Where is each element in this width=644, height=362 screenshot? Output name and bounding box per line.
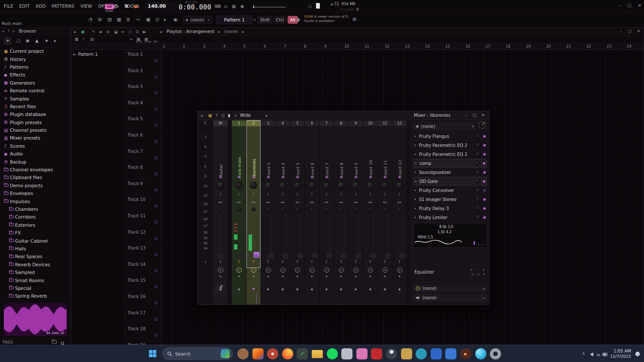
taskbar-mail-app[interactable] [445, 348, 456, 359]
stereo-sep-knob[interactable] [264, 182, 272, 189]
route-ring[interactable] [237, 268, 242, 273]
ctrl-key-button[interactable]: Ctrl [274, 16, 286, 24]
audio-preview-icon[interactable]: ◉ [26, 38, 30, 43]
sep-arrows-icon[interactable]: ▴▾ [378, 192, 392, 196]
stereo-sep-knob[interactable] [352, 182, 359, 189]
browser-item-history[interactable]: History [0, 55, 70, 63]
track-mute-light[interactable] [155, 172, 158, 175]
fx-mix-knob[interactable] [475, 161, 480, 166]
browser-item-clipboard-files[interactable]: Clipboard files [0, 173, 70, 181]
arm-icon[interactable]: ↑ [363, 260, 377, 264]
sep-arrows-icon[interactable]: ▴▾ [276, 192, 290, 196]
sep-arrows-icon[interactable]: ▴▾ [290, 192, 304, 196]
taskbar-fl-studio[interactable] [252, 348, 264, 359]
playlist-titlebar[interactable]: ▸ ◉ ✎ ▰ ⊘ ◪ ↔ ○ ⊡ ▶ ▸ Playlist - Arrange… [71, 28, 644, 36]
volume-fader[interactable] [218, 254, 223, 258]
arm-icon[interactable]: ↑ [334, 260, 348, 264]
route-ring[interactable] [383, 268, 388, 273]
browser-item-impulses[interactable]: Impulses [0, 197, 70, 205]
mixer-channel-flock-main[interactable]: 1 flock main ▴▾ ◂ ▸ ↑ ▲ [232, 120, 246, 304]
route-arrow-icon[interactable]: ▲ [213, 287, 228, 291]
route-ring[interactable] [397, 268, 402, 273]
stereo-sep-knob[interactable] [279, 182, 286, 189]
arm-icon[interactable]: ↑ [392, 260, 407, 264]
multilink-icon[interactable]: ▦ [117, 17, 121, 22]
stereo-sep-knob[interactable] [250, 182, 257, 189]
track-header-2[interactable]: Track 2 [125, 66, 161, 82]
paint-tool-icon[interactable]: ▰ [99, 30, 102, 34]
arm-icon[interactable]: ↑ [232, 260, 246, 264]
track-header-12[interactable]: Track 12 [125, 228, 161, 244]
taskbar-adobe-app[interactable] [371, 348, 382, 359]
fx-enable-switch[interactable] [483, 180, 485, 183]
route-arrow-icon[interactable]: ▲ [261, 287, 275, 291]
delete-tool-icon[interactable]: ⊘ [106, 30, 110, 34]
pan-arrows-icon[interactable]: ◂ ▸ [319, 201, 334, 204]
eq-display[interactable]: 8.0k 3.0 1.5k 4.2 90Hz 1.5 [413, 223, 487, 248]
globe-icon[interactable]: ⊕ [352, 16, 357, 22]
track-mute-light[interactable] [155, 76, 158, 79]
filter-chan-label[interactable]: CHAN [144, 40, 151, 43]
stereo-sep-knob[interactable] [235, 182, 243, 189]
pan-arrows-icon[interactable]: ◂ ▸ [213, 201, 228, 204]
home-icon[interactable]: ⌂ [12, 29, 15, 33]
volume-fader[interactable] [371, 254, 376, 258]
route-arrow-icon[interactable]: ▲ [232, 287, 246, 291]
track-mute-light[interactable] [155, 59, 158, 62]
browser-item-mixer-presets[interactable]: Mixer presets [0, 134, 70, 142]
pattern-number-display[interactable] [166, 3, 176, 9]
browser-item-channel-presets[interactable]: Channel presets [0, 126, 70, 134]
channel-link-dot[interactable] [340, 176, 342, 178]
mixer-channel-libsronies[interactable]: 2 libsronies ▴▾ ◂ ▸ ↑ ▼ [246, 120, 261, 304]
online-status-icon[interactable]: ○ [308, 4, 312, 9]
pan-arrows-icon[interactable]: ◂ ▸ [305, 201, 319, 204]
close-button[interactable]: ✕ [637, 29, 640, 33]
pan-arrows-icon[interactable]: ◂ ▸ [276, 201, 290, 204]
fader-track[interactable] [271, 215, 271, 258]
fader-track[interactable] [220, 215, 221, 258]
browser-item-samples[interactable]: Samples [0, 94, 70, 102]
microphone-icon[interactable]: ◉ [173, 17, 178, 22]
stereo-sep-knob[interactable] [308, 182, 316, 189]
volume-fader[interactable] [385, 254, 390, 258]
pan-arrows-icon[interactable]: ◂ ▸ [290, 201, 304, 204]
shift-key-button[interactable]: Shift [258, 16, 272, 24]
route-arrow-icon[interactable]: ▼ [246, 287, 261, 291]
sep-arrows-icon[interactable]: ▴▾ [213, 192, 228, 196]
menu-file[interactable]: FILE [1, 4, 16, 9]
fader-track[interactable] [329, 215, 330, 258]
route-ring[interactable] [295, 268, 300, 273]
volume-fader[interactable] [327, 254, 332, 258]
pattern-selector[interactable]: Pattern 1 [216, 15, 252, 24]
channel-link-dot[interactable] [219, 176, 222, 178]
channel-link-dot[interactable] [355, 176, 357, 178]
chevron-right-icon[interactable]: ▸ [254, 18, 256, 21]
track-mute-light[interactable] [155, 91, 158, 94]
fx-slot-5-soundgoodizer[interactable]: ▸ Soundgoodizer [413, 168, 487, 176]
track-mute-light[interactable] [155, 189, 158, 192]
volume-fader[interactable] [283, 254, 288, 258]
arm-icon[interactable]: ↑ [349, 260, 363, 264]
fx-slot-10-fruity-limiter[interactable]: ▸ Fruity Limiter [413, 213, 487, 222]
fx-mix-knob[interactable] [475, 143, 480, 148]
pan-knob[interactable] [281, 207, 285, 211]
pan-arrows-icon[interactable]: ◂ ▸ [334, 201, 348, 204]
fx-mix-knob[interactable] [475, 134, 480, 139]
taskbar-gold-app[interactable] [401, 348, 412, 359]
notification-bell-icon[interactable] [635, 352, 640, 356]
fx-slot-7-fruity-convolver[interactable]: ▸ Fruity Convolver [413, 186, 487, 195]
fader-track[interactable] [286, 215, 286, 258]
minimize-button[interactable]: – [619, 3, 621, 8]
stereo-sep-knob[interactable] [381, 182, 389, 189]
pan-knob[interactable] [339, 207, 343, 211]
fader-track[interactable] [344, 215, 344, 258]
taskbar-record-app[interactable] [267, 348, 278, 359]
performance-link-selector[interactable]: ◉ (none) ▸ [183, 16, 212, 24]
route-ring[interactable] [339, 268, 344, 273]
equalizer-controls[interactable]: ✎ ◠ ↕↔ ◇ ▾ [470, 268, 486, 277]
track-mute-light[interactable] [155, 285, 158, 288]
add-pattern-icon[interactable]: + [130, 37, 133, 41]
pan-arrows-icon[interactable]: ◂ ▸ [392, 201, 407, 204]
browser-item-recent-files[interactable]: Recent files [0, 103, 70, 110]
fx-enable-switch[interactable] [483, 135, 486, 137]
